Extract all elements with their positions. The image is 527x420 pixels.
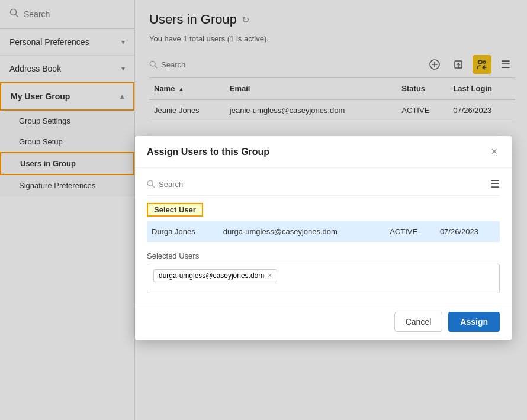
modal-cell-status: ACTIVE bbox=[385, 221, 435, 242]
modal-search-row: ☰ bbox=[147, 177, 500, 196]
remove-tag-button[interactable]: × bbox=[268, 272, 272, 280]
selected-users-label: Selected Users bbox=[147, 251, 500, 260]
modal-cell-email: durga-umgless@caseyjones.dom bbox=[218, 221, 385, 242]
modal-table-row[interactable]: Durga Jones durga-umgless@caseyjones.dom… bbox=[147, 221, 500, 242]
modal-search-input[interactable] bbox=[159, 180, 258, 189]
modal-title: Assign Users to this Group bbox=[147, 147, 269, 157]
selected-tag-email: durga-umgless@caseyjones.dom bbox=[159, 272, 264, 280]
modal-body: ☰ Select User Durga Jones durga-umgless@… bbox=[135, 168, 512, 303]
selected-tag-0: durga-umgless@caseyjones.dom × bbox=[153, 269, 277, 282]
modal-cell-name: Durga Jones bbox=[147, 221, 218, 242]
modal-cell-last-login: 07/26/2023 bbox=[435, 221, 500, 242]
modal-menu-icon[interactable]: ☰ bbox=[490, 177, 500, 190]
modal-search-icon bbox=[147, 180, 155, 188]
modal-footer: Cancel Assign bbox=[135, 303, 512, 340]
modal-header: Assign Users to this Group × bbox=[135, 136, 512, 168]
assign-users-modal: Assign Users to this Group × ☰ Select Us… bbox=[135, 136, 512, 340]
select-user-label: Select User bbox=[147, 203, 203, 217]
svg-line-14 bbox=[152, 185, 155, 188]
assign-button[interactable]: Assign bbox=[448, 312, 500, 332]
modal-close-button[interactable]: × bbox=[489, 146, 500, 158]
selected-users-box: durga-umgless@caseyjones.dom × bbox=[147, 264, 500, 293]
modal-search-container bbox=[147, 180, 258, 189]
cancel-button[interactable]: Cancel bbox=[394, 312, 443, 332]
modal-users-table: Durga Jones durga-umgless@caseyjones.dom… bbox=[147, 221, 500, 242]
